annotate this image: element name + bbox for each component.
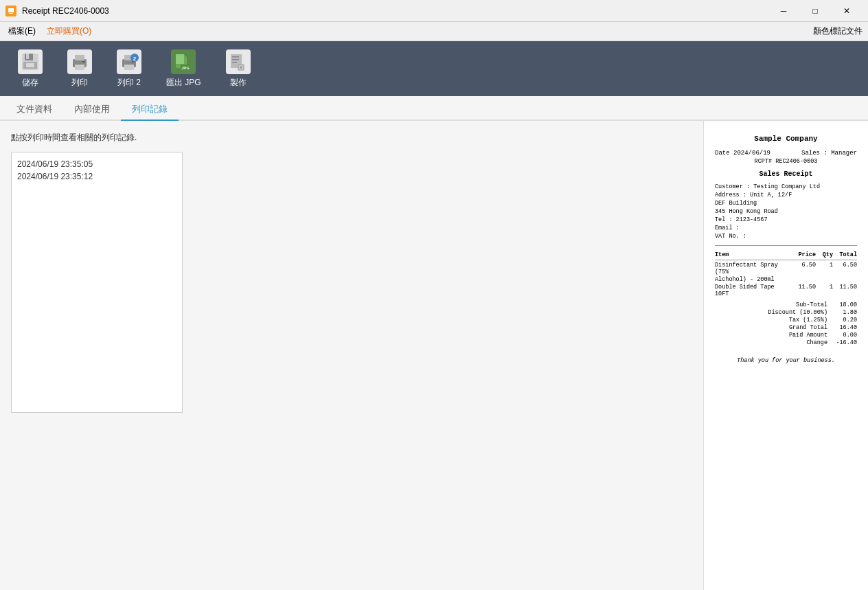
tab-print-record[interactable]: 列印記錄	[121, 99, 179, 121]
receipt-address-label: Address :	[715, 192, 746, 198]
svg-rect-11	[82, 61, 84, 63]
header-total: Total	[833, 251, 857, 258]
menu-file[interactable]: 檔案(E)	[5, 24, 38, 38]
left-panel: 點按列印時間查看相關的列印記錄. 2024/06/19 23:35:05 202…	[0, 121, 703, 590]
receipt: Sample Company Date 2024/06/19 Sales : M…	[704, 121, 868, 378]
svg-rect-10	[75, 65, 84, 70]
export-label: 匯出 JPG	[166, 77, 201, 89]
close-button[interactable]: ✕	[831, 0, 863, 22]
header-price: Price	[792, 251, 816, 258]
receipt-street: 345 Hong Kong Road	[715, 208, 857, 215]
receipt-sales: Sales : Manager	[801, 150, 857, 157]
item-name-1b: Alchohol) - 200ml	[715, 276, 792, 283]
grand-total-label: Grand Total	[773, 324, 827, 331]
window-controls: ─ □ ✕	[768, 0, 863, 22]
tax-label: Tax (1.25%)	[773, 317, 827, 324]
menu-bar-left: 檔案(E) 立即購買(O)	[5, 24, 94, 38]
item-total-1b	[833, 276, 857, 283]
print2-label: 列印 2	[117, 77, 141, 89]
maximize-button[interactable]: □	[799, 0, 831, 22]
main-content: 點按列印時間查看相關的列印記錄. 2024/06/19 23:35:05 202…	[0, 121, 868, 590]
export-button[interactable]: JPG 匯出 JPG	[159, 45, 208, 93]
svg-rect-26	[232, 62, 237, 63]
make-label: 製作	[230, 77, 247, 89]
item-qty-1b	[816, 276, 833, 283]
receipt-tel: Tel : 2123-4567	[715, 216, 857, 223]
receipt-doc-title: Sales Receipt	[715, 170, 857, 178]
change-label: Change	[773, 339, 827, 346]
print-button[interactable]: 列印	[60, 45, 99, 93]
svg-rect-25	[232, 59, 239, 60]
title-bar: Receipt REC2406-0003 ─ □ ✕	[0, 0, 868, 22]
receipt-vat: VAT No. :	[715, 233, 857, 240]
receipt-summary: Sub-Total 18.00 Discount (10.00%) 1.80 T…	[715, 302, 857, 346]
receipt-company: Sample Company	[715, 135, 857, 143]
summary-tax: Tax (1.25%) 0.20	[715, 317, 857, 324]
menu-bar: 檔案(E) 立即購買(O) 顏色標記文件	[0, 22, 868, 41]
toolbar: 儲存 列印 2 列印 2	[0, 41, 868, 96]
paid-amount-label: Paid Amount	[773, 332, 827, 339]
svg-rect-2	[9, 13, 13, 14]
make-button[interactable]: 製作	[219, 45, 258, 93]
header-qty: Qty	[816, 251, 833, 258]
subtotal-label: Sub-Total	[773, 302, 827, 308]
window-title: Receipt REC2406-0003	[22, 6, 109, 16]
receipt-customer: Customer : Testing Company Ltd	[715, 183, 857, 190]
menu-buy-now[interactable]: 立即購買(O)	[44, 24, 94, 38]
receipt-date: Date 2024/06/19	[715, 150, 770, 157]
svg-text:2: 2	[133, 56, 137, 62]
item-total-2: 11.50	[833, 284, 857, 297]
item-qty-1: 1	[816, 262, 833, 275]
title-bar-left: Receipt REC2406-0003	[5, 5, 109, 16]
receipt-item-row: Disinfectant Spray (75% 6.50 1 6.50	[715, 262, 857, 275]
item-qty-2: 1	[816, 284, 833, 297]
svg-rect-14	[124, 65, 134, 70]
minimize-button[interactable]: ─	[768, 0, 799, 22]
svg-rect-7	[26, 63, 34, 67]
tab-bar: 文件資料 內部使用 列印記錄	[0, 96, 868, 121]
summary-change: Change -16.40	[715, 339, 857, 346]
print2-icon: 2	[117, 49, 141, 74]
print-log-item[interactable]: 2024/06/19 23:35:05	[17, 158, 176, 170]
print-log-list: 2024/06/19 23:35:05 2024/06/19 23:35:12	[11, 152, 183, 413]
tax-value: 0.20	[833, 317, 857, 324]
save-icon	[18, 49, 43, 74]
make-icon	[226, 49, 251, 74]
instruction-text: 點按列印時間查看相關的列印記錄.	[11, 132, 692, 144]
receipt-customer-label: Customer :	[715, 183, 750, 190]
discount-label: Discount (10.00%)	[768, 309, 827, 316]
print-log-item[interactable]: 2024/06/19 23:35:12	[17, 170, 176, 183]
export-icon: JPG	[171, 49, 196, 74]
receipt-date-row: Date 2024/06/19 Sales : Manager	[715, 150, 857, 157]
svg-rect-24	[232, 56, 239, 58]
menu-color-tag[interactable]: 顏色標記文件	[813, 25, 863, 37]
receipt-email: Email :	[715, 225, 857, 231]
receipt-building: DEF Building	[715, 200, 857, 207]
receipt-divider-1	[715, 245, 857, 246]
discount-value: 1.80	[833, 309, 857, 316]
print-label: 列印	[71, 77, 88, 89]
svg-rect-19	[176, 54, 184, 64]
save-button[interactable]: 儲存	[11, 45, 49, 93]
tab-internal-use[interactable]: 內部使用	[63, 99, 121, 121]
item-total-1: 6.50	[833, 262, 857, 275]
summary-subtotal: Sub-Total 18.00	[715, 302, 857, 308]
receipt-rcpt: RCPT# REC2406-0003	[715, 158, 857, 165]
summary-discount: Discount (10.00%) 1.80	[715, 309, 857, 316]
receipt-footer: Thank you for your business.	[715, 357, 857, 364]
print2-button[interactable]: 2 列印 2	[110, 45, 148, 93]
receipt-preview-panel: Sample Company Date 2024/06/19 Sales : M…	[703, 121, 868, 590]
receipt-table-header: Item Price Qty Total	[715, 251, 857, 260]
print-icon	[67, 49, 92, 74]
receipt-address: Address : Unit A, 12/F	[715, 192, 857, 198]
tab-doc-data[interactable]: 文件資料	[5, 99, 63, 121]
app-icon	[5, 5, 16, 16]
receipt-item-row: Alchohol) - 200ml	[715, 276, 857, 283]
paid-amount-value: 0.00	[833, 332, 857, 339]
subtotal-value: 18.00	[833, 302, 857, 308]
item-price-1b	[792, 276, 816, 283]
svg-rect-1	[8, 8, 14, 12]
svg-rect-9	[75, 55, 84, 60]
svg-text:JPG: JPG	[181, 66, 190, 70]
item-price-1: 6.50	[792, 262, 816, 275]
